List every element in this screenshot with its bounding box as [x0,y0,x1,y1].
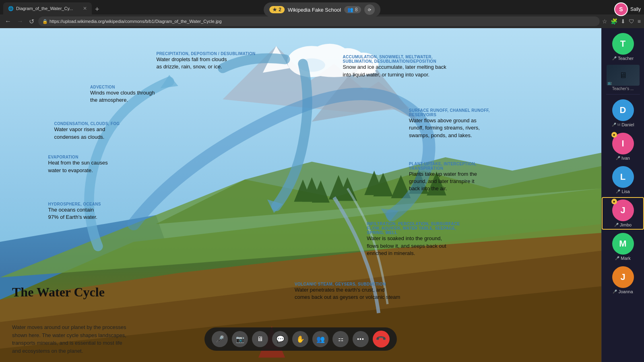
end-call-button[interactable]: 📞 [369,327,393,351]
download-icon[interactable]: ⬇ [621,18,625,25]
menu-icon[interactable]: ≡ [638,18,641,25]
address-bar-actions: ☆ 🧩 ⬇ 🛡 ≡ [602,18,641,25]
accumulation-label: ACCUMULATION, SNOWMELT, MELTWATER, SUBLI… [343,55,464,78]
person-icon-daniel: M [617,123,621,127]
volcanic-text: Water penetrates the earth's crust, andc… [295,286,400,301]
jimbo-name: Jimbo [620,222,632,227]
meeting-badge: ★ 2 [269,6,285,13]
people-icon: 👥 [347,7,353,12]
browser-content: PRECIPITATION, DEPOSITION / DESUBLIMATIO… [0,28,601,362]
evaporation-text: Heat from the sun causeswater to evapora… [48,159,108,174]
teacher-avatar: T [612,33,634,55]
screen-share-icon: 📺 [607,81,612,85]
condensation-text: Water vapor rises andcondenses as clouds… [54,126,120,140]
sidebar-item-daniel[interactable]: D 🎤 M Daniel [602,97,644,130]
mark-label-row: 🎤 Mark [615,256,630,261]
meeting-title: Wikipedia Fake School [288,7,341,13]
record-button[interactable]: ⟳ [364,4,375,15]
precipitation-text: Water droplets fall from cloudsas drizzl… [156,56,249,70]
screen-share-button[interactable]: 🖥 [252,331,268,347]
tab-title: Diagram_of_the_Water_Cy... [16,6,80,11]
volcanic-label: VOLCANIC STEAM, GEYSERS, SUBDUCTION Wate… [295,282,400,301]
advection-label: ADVECTION Winds move clouds throughthe a… [90,85,155,104]
new-tab-button[interactable]: + [92,5,103,14]
accumulation-text: Snow and ice accumulate, later melting b… [343,64,456,78]
accumulation-header: ACCUMULATION, SNOWMELT, MELTWATER, SUBLI… [343,55,464,64]
user-area: S Sally [614,2,641,16]
mic-icon-ivan: 🎤 [616,156,620,160]
condensation-label: CONDENSATION, CLOUDS, FOG Water vapor ri… [54,121,120,140]
infiltration-label: INFILTRATION, PERCOLATION, SUBSURFACEFLO… [367,222,460,257]
apps-button[interactable]: ⚏ [332,331,349,347]
record-icon: ⟳ [368,8,371,12]
refresh-button[interactable]: ↺ [27,18,36,25]
ivan-label-row: 🎤 Ivan [616,156,630,160]
forward-button[interactable]: → [15,18,25,25]
teacher-screen-thumbnail[interactable]: 🖥 📺 Teacher's ... [602,64,644,92]
joanna-avatar: J [612,266,634,288]
plant-uptake-label: PLANT UPTAKE, INTERCEPTION,TRANSPIRATION… [409,162,477,193]
joanna-label-row: 🎤 Joanna [613,289,633,294]
meeting-bar: ★ 2 Wikipedia Fake School 👥 8 ⟳ [264,2,380,17]
surface-runoff-label: SURFACE RUNOFF, CHANNEL RUNOFF,RESERVOIR… [409,108,490,139]
volcanic-header: VOLCANIC STEAM, GEYSERS, SUBDUCTION [295,282,400,286]
video-button[interactable]: 📷 [232,331,248,347]
more-button[interactable]: ••• [353,331,369,347]
sidebar-item-joanna[interactable]: J 🎤 Joanna [602,264,644,296]
mic-icon-teacher: 🎤 [612,56,617,60]
daniel-label-row: 🎤 M Daniel [612,122,634,127]
mic-icon-mark: 🎤 [615,256,619,260]
advection-text: Winds move clouds throughthe atmosphere. [90,89,155,104]
browser-tab[interactable]: 🌐 Diagram_of_the_Water_Cy... ✕ [3,2,92,14]
lock-icon: 🔒 [42,19,48,24]
evaporation-header: EVAPORATION [48,155,108,159]
teacher-label-row: 🎤 Teacher [612,56,634,61]
lisa-avatar: L [612,166,634,188]
hand-raise-button[interactable]: ✋ [292,331,308,347]
mark-avatar: M [612,233,634,255]
thumbnail-frame: 🖥 📺 [607,65,640,86]
jimbo-badge: ★ [611,199,617,204]
shield-icon[interactable]: 🛡 [629,18,634,25]
address-input[interactable] [50,19,596,24]
ivan-badge: ★ [611,132,617,138]
mic-icon-lisa: 🎤 [616,189,620,193]
teacher-name: Teacher [618,56,634,61]
sidebar-item-teacher[interactable]: T 🎤 Teacher [602,31,644,63]
sidebar-item-lisa[interactable]: L 🎤 Lisa [602,164,644,196]
precipitation-header: PRECIPITATION, DEPOSITION / DESUBLIMATIO… [156,51,255,56]
precipitation-label: PRECIPITATION, DEPOSITION / DESUBLIMATIO… [156,51,255,70]
ivan-name: Ivan [621,156,630,160]
address-bar-container: 🔒 [38,16,600,26]
tab-favicon: 🌐 [8,6,14,11]
lisa-label-row: 🎤 Lisa [616,189,630,194]
advection-header: ADVECTION [90,85,155,89]
sidebar-item-ivan[interactable]: I ★ 🎤 Ivan [602,130,644,163]
condensation-header: CONDENSATION, CLOUDS, FOG [54,121,120,126]
surface-runoff-text: Water flows above ground asrunoff, formi… [409,117,490,139]
evaporation-label: EVAPORATION Heat from the sun causeswate… [48,155,108,174]
bookmark-icon[interactable]: ☆ [602,18,607,25]
meeting-badge-count: 2 [279,7,281,12]
hydrosphere-label: HYDROSPHERE, OCEANS The oceans contain97… [48,202,101,221]
sidebar-item-jimbo[interactable]: J ★ 🎤 Jimbo [602,197,644,230]
jimbo-label-row: 🎤 Jimbo [614,222,632,227]
user-avatar-top[interactable]: S [614,2,628,16]
chat-button[interactable]: 💬 [272,331,288,347]
mark-name: Mark [621,256,630,261]
infiltration-text: Water is soaked into the ground,flows be… [367,235,460,257]
surface-runoff-header: SURFACE RUNOFF, CHANNEL RUNOFF,RESERVOIR… [409,108,490,117]
hydrosphere-header: HYDROSPHERE, OCEANS [48,202,101,206]
back-button[interactable]: ← [3,18,13,25]
extensions-icon[interactable]: 🧩 [611,18,617,25]
user-name-top: Sally [630,6,641,12]
joanna-name: Joanna [618,289,633,294]
participants-button[interactable]: 👥 [312,331,328,347]
mic-icon-daniel: 🎤 [612,123,616,127]
tab-close-icon[interactable]: ✕ [83,6,87,11]
sidebar-item-mark[interactable]: M 🎤 Mark [602,230,644,263]
mic-button[interactable]: 🎤 [212,331,228,347]
star-icon: ★ [272,7,277,12]
lisa-name: Lisa [621,189,630,194]
meeting-toolbar: 🎤 📷 🖥 💬 ✋ 👥 ⚏ ••• 📞 [204,327,397,351]
